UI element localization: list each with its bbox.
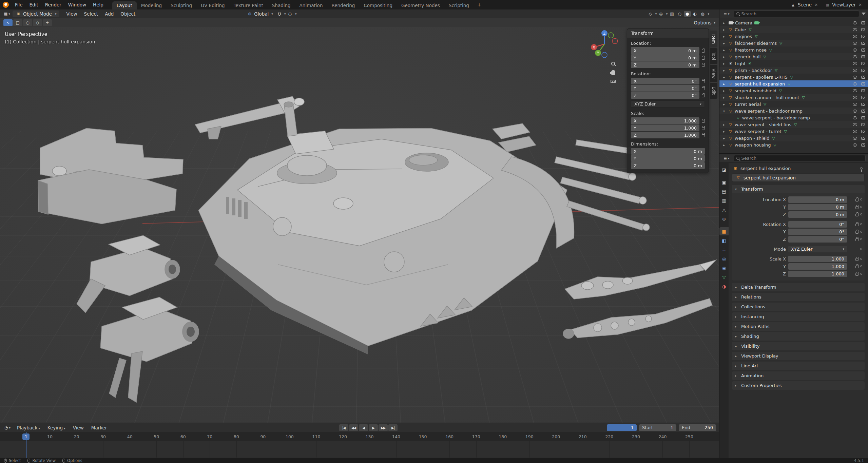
properties-tab-render[interactable]: ▣: [719, 178, 729, 186]
animate-decorator-icon[interactable]: [860, 265, 862, 267]
menu-edit[interactable]: Edit: [26, 1, 42, 8]
workspace-tab-geometry-nodes[interactable]: Geometry Nodes: [397, 1, 444, 9]
outliner-item-weapon-housing[interactable]: ▸▽weapon housing▽: [719, 141, 868, 148]
panel-shading[interactable]: ▸Shading: [732, 332, 865, 341]
lock-icon[interactable]: [855, 199, 859, 201]
disable-in-renders-icon[interactable]: [861, 82, 865, 85]
disable-in-renders-icon[interactable]: [861, 69, 865, 72]
animate-decorator-icon[interactable]: [860, 206, 862, 208]
current-frame-field[interactable]: 1: [607, 424, 637, 431]
lock-icon[interactable]: [702, 134, 705, 137]
properties-tab-particles[interactable]: ∴: [719, 246, 729, 254]
viewport-canvas[interactable]: User Perspective (1) Collection | serpen…: [0, 27, 719, 423]
panel-viewport-display[interactable]: ▸Viewport Display: [732, 352, 865, 360]
expand-arrow-icon[interactable]: ▸: [721, 143, 727, 147]
visibility-eye-icon[interactable]: [853, 55, 857, 58]
expand-arrow-icon[interactable]: ▸: [721, 21, 727, 25]
shading-rendered-icon-dropdown[interactable]: ▾: [708, 12, 709, 16]
lock-icon[interactable]: [855, 258, 859, 261]
editor-type-button[interactable]: ▦▾: [2, 11, 12, 17]
outliner-editor-type-button[interactable]: ≡▾: [722, 11, 731, 17]
disable-in-renders-icon[interactable]: [861, 89, 865, 92]
npanel-field-rotation-z[interactable]: Z0°: [631, 92, 699, 99]
property-field-0-location-x[interactable]: 0 m: [788, 196, 847, 203]
property-field-8-y[interactable]: 1.000: [788, 263, 847, 270]
npanel-field-dimensions-x[interactable]: X0 m: [631, 148, 705, 155]
view-layer-selector[interactable]: ▥ ViewLayer ×: [822, 2, 865, 7]
shading-material-icon[interactable]: ◐: [692, 11, 698, 17]
transform-panel-title[interactable]: Transform: [627, 29, 709, 38]
panel-visibility[interactable]: ▸Visibility: [732, 342, 865, 350]
lock-icon[interactable]: [855, 238, 859, 241]
property-field-4-y[interactable]: 0°: [788, 229, 847, 235]
properties-tab-view-layer[interactable]: ▥: [719, 196, 729, 205]
pin-icon[interactable]: [860, 167, 863, 170]
timeline-editor-type-button[interactable]: ◔▾: [3, 425, 12, 430]
npanel-field-scale-x[interactable]: X1.000: [631, 117, 699, 124]
lock-icon[interactable]: [702, 50, 705, 53]
snap-dropdown[interactable]: ▾: [284, 12, 286, 16]
next-keyframe-button[interactable]: ▶▶: [379, 424, 388, 431]
sidebar-tab-edit[interactable]: Edit: [710, 83, 717, 98]
frame-start-field[interactable]: Start1: [639, 424, 676, 431]
cursor-tool-button[interactable]: +: [43, 19, 52, 26]
visibility-eye-icon[interactable]: [853, 82, 857, 85]
visibility-eye-icon[interactable]: [853, 28, 857, 31]
lock-icon[interactable]: [855, 214, 859, 216]
disable-in-renders-icon[interactable]: [861, 76, 865, 79]
panel-collections[interactable]: ▸Collections: [732, 303, 865, 311]
outliner-item-serpent-spoilers-l-rhs[interactable]: ▸▽serpent - spoilers L-RHS▽: [719, 74, 868, 80]
viewport-menu-select[interactable]: Select: [81, 11, 102, 17]
panel-animation[interactable]: ▸Animation: [732, 371, 865, 380]
animate-decorator-icon[interactable]: [860, 231, 862, 233]
property-field-9-z[interactable]: 1.000: [788, 271, 847, 277]
proportional-edit-icon[interactable]: ○: [287, 11, 293, 17]
visibility-eye-icon[interactable]: [853, 110, 857, 113]
disable-in-renders-icon[interactable]: [861, 103, 865, 106]
panel-instancing[interactable]: ▸Instancing: [732, 312, 865, 321]
workspace-tab-modeling[interactable]: Modeling: [137, 1, 166, 9]
animate-decorator-icon[interactable]: [860, 273, 862, 275]
visibility-eye-icon[interactable]: [853, 143, 857, 147]
disable-in-renders-icon[interactable]: [861, 130, 865, 133]
expand-arrow-icon[interactable]: ▸: [721, 130, 727, 133]
lock-icon[interactable]: [855, 206, 859, 209]
expand-arrow-icon[interactable]: ▸: [721, 48, 727, 52]
outliner-item-camera[interactable]: ▸Camera: [719, 19, 868, 26]
disable-in-renders-icon[interactable]: [861, 110, 865, 113]
properties-editor-type-button[interactable]: ≡▾: [722, 156, 731, 161]
lock-icon[interactable]: [855, 266, 859, 268]
expand-arrow-icon[interactable]: ▸: [721, 123, 727, 127]
visibility-eye-icon[interactable]: [853, 69, 857, 72]
npanel-field-dimensions-z[interactable]: Z0 m: [631, 162, 705, 169]
properties-tab-object-data[interactable]: ▽: [719, 273, 729, 281]
menu-render[interactable]: Render: [42, 1, 65, 8]
properties-tab-output[interactable]: ▤: [719, 187, 729, 195]
timeline-menu-keying[interactable]: Keying▾: [44, 424, 69, 431]
lock-icon[interactable]: [855, 224, 859, 226]
show-gizmo-icon[interactable]: ◇: [647, 11, 653, 17]
camera-view-icon[interactable]: [611, 80, 616, 83]
workspace-tab-uv-editing[interactable]: UV Editing: [196, 1, 229, 9]
visibility-eye-icon[interactable]: [853, 35, 857, 38]
panel-custom-properties[interactable]: ▸Custom Properties: [732, 381, 865, 390]
disable-in-renders-icon[interactable]: [861, 42, 865, 45]
outliner-item-wave-serpent-backdoor-ramp[interactable]: ▾▽wave serpent - backdoor ramp: [719, 108, 868, 114]
outliner-item-firestorm-nose[interactable]: ▸▽firestorm nose▽: [719, 46, 868, 53]
outliner-search-input[interactable]: [741, 11, 856, 16]
expand-arrow-icon[interactable]: ▸: [721, 136, 727, 140]
disable-in-renders-icon[interactable]: [861, 28, 865, 31]
properties-tab-scene[interactable]: △: [719, 206, 729, 214]
disable-in-renders-icon[interactable]: [861, 143, 865, 147]
tool-options-dropdown[interactable]: Options▾: [694, 20, 715, 25]
workspace-tab-scripting[interactable]: Scripting: [444, 1, 474, 9]
disable-in-renders-icon[interactable]: [861, 35, 865, 38]
visibility-eye-icon[interactable]: [853, 49, 857, 52]
npanel-field-scale-z[interactable]: Z1.000: [631, 132, 699, 138]
jump-to-end-button[interactable]: ▶|: [388, 424, 398, 431]
timeline-menu-playback[interactable]: Playback▾: [14, 424, 43, 431]
timeline-menu-marker[interactable]: Marker: [88, 424, 111, 431]
playhead[interactable]: 1: [26, 432, 26, 458]
visibility-eye-icon[interactable]: [853, 116, 857, 119]
proportional-edit-dropdown[interactable]: ▾: [295, 12, 297, 16]
